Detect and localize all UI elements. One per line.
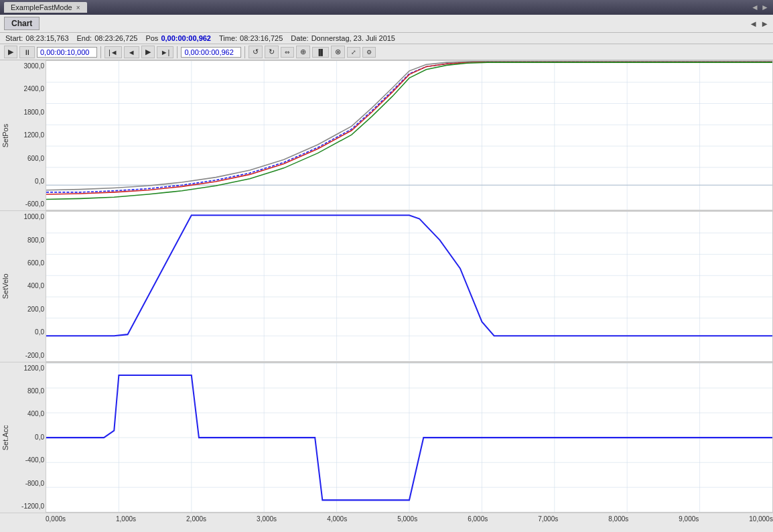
time-label: Time:: [219, 34, 237, 42]
x-tick-8: 8,000s: [608, 515, 628, 523]
x-tick-5: 5,000s: [397, 515, 417, 523]
skip-end-button[interactable]: ►|: [157, 46, 174, 58]
x-tick-0: 0,000s: [46, 515, 66, 523]
x-tick-4: 4,000s: [327, 515, 347, 523]
play2-button[interactable]: ▶: [141, 46, 155, 58]
setacc-ylabel: Set.Acc: [0, 362, 11, 513]
start-label: Start:: [5, 34, 23, 42]
zoom-fit-button[interactable]: ⇔: [281, 47, 294, 58]
x-tick-9: 9,000s: [679, 515, 699, 523]
collapse-icon[interactable]: ◄: [749, 19, 758, 29]
setpos-chart: SetPos 3000,0 2400,0 1800,0 1200,0 600,0…: [0, 60, 773, 211]
pos-label: Pos: [145, 34, 158, 42]
arrow-right-icon[interactable]: ►: [761, 3, 769, 12]
info-bar: Start: 08:23:15,763 End: 08:23:26,725 Po…: [0, 33, 773, 44]
chart-label: Chart: [4, 17, 40, 30]
tab-examplefastmode[interactable]: ExampleFastMode ×: [4, 2, 87, 13]
settings-button[interactable]: ⚙: [362, 47, 376, 58]
tab-label: ExampleFastMode: [11, 3, 72, 11]
refresh-button[interactable]: ↺: [249, 46, 263, 58]
setvelo-yaxis: 1000,0 800,0 600,0 400,0 200,0 0,0 -200,…: [11, 211, 46, 361]
setacc-chart: Set.Acc 1200,0 800,0 400,0 0,0 -400,0 -8…: [0, 362, 773, 513]
x-tick-6: 6,000s: [468, 515, 488, 523]
skip-start-button[interactable]: |◄: [104, 46, 122, 58]
info-start: Start: 08:23:15,763: [5, 34, 69, 42]
title-bar: ExampleFastMode × ◄ ►: [0, 0, 773, 15]
x-axis-row: 0,000s 1,000s 2,000s 3,000s 4,000s 5,000…: [0, 513, 773, 532]
zoom-out-button[interactable]: ⊗: [331, 46, 345, 58]
setacc-svg: [46, 363, 772, 512]
x-tick-1: 1,000s: [116, 515, 136, 523]
setpos-plot: [46, 60, 773, 210]
date-label: Date:: [291, 34, 308, 42]
end-label: End:: [77, 34, 92, 42]
play-button[interactable]: ▶: [4, 46, 17, 58]
prev-button[interactable]: ◄: [124, 46, 139, 58]
setacc-plot: [46, 362, 773, 513]
separator-2: [177, 46, 178, 58]
x-ticks: 0,000s 1,000s 2,000s 3,000s 4,000s 5,000…: [46, 513, 773, 532]
separator-1: [100, 46, 101, 58]
x-tick-7: 7,000s: [538, 515, 558, 523]
info-end: End: 08:23:26,725: [77, 34, 138, 42]
separator-3: [244, 46, 245, 58]
refresh2-button[interactable]: ↻: [265, 46, 279, 58]
pos-input[interactable]: [181, 47, 241, 58]
x-tick-10: 10,000s: [749, 515, 773, 523]
info-time: Time: 08:23:16,725: [219, 34, 283, 42]
tab-close-icon[interactable]: ×: [76, 4, 80, 11]
setvelo-plot: [46, 211, 773, 361]
maximize-button[interactable]: ⤢: [347, 47, 360, 58]
toolbar: ▶ ⏸ |◄ ◄ ▶ ►| ↺ ↻ ⇔ ⊕ ▐▌ ⊗ ⤢ ⚙: [0, 44, 773, 60]
setpos-yaxis: 3000,0 2400,0 1800,0 1200,0 600,0 0,0 -6…: [11, 60, 46, 210]
time-value: 08:23:16,725: [240, 34, 283, 42]
pause-button[interactable]: ⏸: [19, 46, 35, 58]
bar-icon-button[interactable]: ▐▌: [312, 47, 329, 58]
setacc-yaxis: 1200,0 800,0 400,0 0,0 -400,0 -800,0 -12…: [11, 362, 46, 513]
setvelo-chart: SetVelo 1000,0 800,0 600,0 400,0 200,0 0…: [0, 211, 773, 362]
time-range-input[interactable]: [37, 47, 97, 58]
x-tick-3: 3,000s: [257, 515, 277, 523]
setpos-svg: [46, 61, 772, 210]
main-panel: Chart ◄ ► Start: 08:23:15,763 End: 08:23…: [0, 15, 773, 532]
title-bar-controls: ◄ ►: [751, 3, 769, 12]
setvelo-ylabel: SetVelo: [0, 211, 11, 361]
charts-area: SetPos 3000,0 2400,0 1800,0 1200,0 600,0…: [0, 60, 773, 532]
pos-value: 0,00:00:00,962: [161, 34, 211, 42]
end-value: 08:23:26,725: [94, 34, 137, 42]
arrow-left-icon[interactable]: ◄: [751, 3, 759, 12]
info-pos: Pos 0,00:00:00,962: [145, 34, 211, 42]
setvelo-svg: [46, 212, 772, 360]
panel-header-right: ◄ ►: [749, 19, 769, 29]
setpos-ylabel: SetPos: [0, 60, 11, 210]
zoom-in-button[interactable]: ⊕: [296, 46, 310, 58]
expand-icon[interactable]: ►: [760, 19, 769, 29]
date-value: Donnerstag, 23. Juli 2015: [311, 34, 395, 42]
panel-header: Chart ◄ ►: [0, 15, 773, 33]
info-date: Date: Donnerstag, 23. Juli 2015: [291, 34, 395, 42]
start-value: 08:23:15,763: [25, 34, 68, 42]
x-tick-2: 2,000s: [186, 515, 206, 523]
